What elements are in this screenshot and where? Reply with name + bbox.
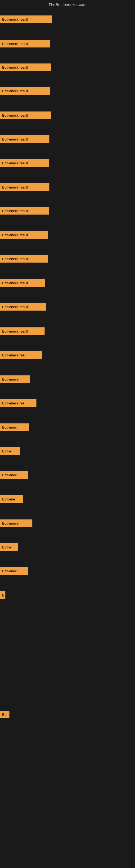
bottleneck-result-item[interactable]: Bottleneck result <box>0 279 45 287</box>
bottleneck-result-item[interactable]: Bottleneck result <box>0 159 49 167</box>
bottleneck-result-item[interactable]: Bottleneck result <box>0 207 49 215</box>
bottleneck-result-item[interactable]: Bottlenec <box>0 424 29 431</box>
bottleneck-result-item[interactable]: Bottleneck result <box>0 231 48 239</box>
bottleneck-result-item[interactable]: Bottlene <box>0 495 23 503</box>
bottleneck-result-item[interactable]: Bottleneck result <box>0 328 45 335</box>
site-header: TheBottlenecker.com <box>0 0 135 8</box>
bottleneck-result-item[interactable]: Bottleneck r <box>0 520 32 527</box>
bottleneck-result-item[interactable]: Bottleneck result <box>0 183 49 191</box>
bottleneck-result-item[interactable]: Bottleneck result <box>0 40 50 48</box>
bottleneck-result-item[interactable]: Bottle <box>0 447 20 455</box>
bottleneck-result-item[interactable]: B <box>0 591 5 599</box>
bottleneck-result-item[interactable]: Bottlenec <box>0 567 28 575</box>
bottleneck-result-item[interactable]: Bottle <box>0 543 18 551</box>
bottleneck-result-item[interactable]: Bottleneck result <box>0 303 46 311</box>
bottleneck-result-item[interactable]: Bottleneck result <box>0 63 51 71</box>
bottleneck-result-item[interactable]: Bottleneck resu <box>0 351 42 359</box>
bottleneck-result-item[interactable]: Bottleneck <box>0 375 30 383</box>
bottleneck-result-item[interactable]: Bottleneck result <box>0 87 50 95</box>
bottleneck-result-item[interactable]: Bottleneck result <box>0 16 52 23</box>
bottleneck-result-item[interactable]: Bottlenec <box>0 471 28 479</box>
bottleneck-result-item[interactable]: Bo <box>0 711 9 718</box>
bottleneck-result-item[interactable]: Bottleneck result <box>0 135 49 143</box>
bottleneck-result-item[interactable]: Bottleneck res <box>0 399 37 407</box>
bottleneck-result-item[interactable]: Bottleneck result <box>0 112 51 119</box>
bottleneck-result-item[interactable]: Bottleneck result <box>0 255 48 262</box>
